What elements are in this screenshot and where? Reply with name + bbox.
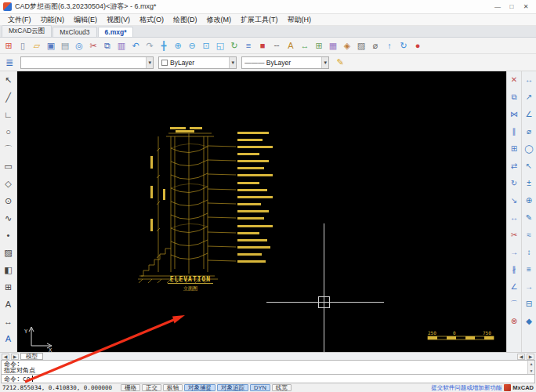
array-icon[interactable]: ⊞	[508, 143, 520, 155]
menu-file[interactable]: 文件(F)	[3, 15, 36, 25]
color-swatch-icon[interactable]: ■	[256, 39, 269, 52]
select-icon[interactable]: ↖	[2, 74, 15, 87]
ellipse-icon[interactable]: ⊙	[2, 194, 15, 208]
hscroll-right-button[interactable]: ▶	[527, 354, 534, 360]
block-insert-icon[interactable]: ◧	[2, 263, 15, 277]
extend-icon[interactable]: →	[508, 246, 520, 259]
drawing-canvas[interactable]: ELEVATION 立面图 250 0 750	[17, 71, 506, 352]
layout-prev-button[interactable]: ◀	[2, 354, 9, 360]
measure-icon[interactable]: ⌀	[369, 39, 382, 52]
scroll-up-icon[interactable]: ▲	[530, 361, 534, 366]
quick-dim-icon[interactable]: ⊟	[523, 298, 535, 310]
tab-mxcad-cloud[interactable]: MxCAD云图	[2, 25, 52, 37]
explode-icon[interactable]: ⊗	[508, 315, 520, 328]
redo-icon[interactable]: ↷	[143, 39, 156, 52]
pan-icon[interactable]: ╋	[158, 39, 170, 52]
linear-dim-icon[interactable]: ↔	[523, 74, 535, 86]
close-button[interactable]: ✕	[519, 3, 533, 10]
toggle-osnap[interactable]: 对象捕捉	[184, 384, 215, 391]
move-icon[interactable]: ⇄	[508, 160, 520, 172]
regen-icon[interactable]: ↻	[228, 39, 241, 52]
save-icon[interactable]: ▣	[45, 39, 57, 52]
zoom-out-icon[interactable]: ⊖	[186, 39, 198, 52]
dimension-icon[interactable]: ↔	[2, 315, 15, 328]
layers-icon[interactable]: ≡	[242, 39, 255, 52]
zoom-in-icon[interactable]: ⊕	[172, 39, 184, 52]
menu-format[interactable]: 格式(O)	[135, 15, 168, 25]
baseline-dim-icon[interactable]: ≡	[523, 263, 535, 276]
image-icon[interactable]: ▦	[327, 39, 339, 52]
scroll-down-icon[interactable]: ▼	[530, 368, 534, 373]
record-icon[interactable]: ●	[411, 39, 424, 52]
diameter-dim-icon[interactable]: ⌀	[523, 125, 535, 138]
circle-icon[interactable]: ○	[2, 125, 15, 139]
toggle-otrack[interactable]: 对象追踪	[217, 384, 248, 391]
cloud-sync-icon[interactable]: ↻	[397, 39, 410, 52]
angular-dim-icon[interactable]: ∠	[523, 108, 535, 121]
cloud-upload-icon[interactable]: ↑	[383, 39, 396, 52]
new-file-icon[interactable]: ▯	[16, 39, 29, 52]
copy-icon[interactable]: ⧉	[101, 39, 114, 52]
scale-icon[interactable]: ↘	[508, 194, 520, 207]
layer-combo[interactable]: ▾	[20, 56, 154, 69]
aligned-dim-icon[interactable]: ↗	[523, 91, 535, 103]
zoom-window-icon[interactable]: ⊡	[200, 39, 212, 52]
layout-next-button[interactable]: ▶	[11, 354, 19, 360]
arc-icon[interactable]: ⌒	[2, 143, 15, 156]
minimize-button[interactable]: —	[491, 3, 505, 10]
toggle-polar[interactable]: 极轴	[163, 384, 183, 391]
table-icon[interactable]: ⊞	[313, 39, 325, 52]
block-icon[interactable]: ◈	[341, 39, 353, 52]
rotate-icon[interactable]: ↻	[508, 177, 520, 190]
menu-help[interactable]: 帮助(H)	[283, 15, 317, 25]
cut-icon[interactable]: ✂	[87, 39, 100, 52]
toggle-dyn[interactable]: DYN	[250, 384, 270, 391]
paste-icon[interactable]: ▥	[115, 39, 128, 52]
leader-icon[interactable]: ↖	[523, 160, 535, 172]
pencil-icon[interactable]: ✎	[334, 56, 346, 69]
hatch-icon[interactable]: ▨	[2, 246, 15, 260]
mtext-icon[interactable]: A	[2, 298, 15, 311]
tolerance-icon[interactable]: ±	[523, 177, 535, 190]
menu-draw[interactable]: 绘图(D)	[168, 15, 202, 25]
command-history-scrollbar[interactable]: ▲ ▼	[527, 361, 534, 374]
menu-function[interactable]: 功能(N)	[36, 15, 70, 25]
plot-preview-icon[interactable]: ◎	[73, 39, 85, 52]
offset-icon[interactable]: ∥	[508, 125, 520, 138]
ordinate-dim-icon[interactable]: ↕	[523, 246, 535, 259]
dim-style-icon[interactable]: ≈	[523, 229, 535, 241]
polyline-icon[interactable]: ∟	[2, 108, 15, 122]
app-home-icon[interactable]: ⊞	[2, 39, 15, 52]
open-folder-icon[interactable]: ▱	[31, 39, 43, 52]
toggle-ortho[interactable]: 正交	[142, 384, 161, 391]
menu-edit[interactable]: 编辑(E)	[69, 15, 102, 25]
zoom-extents-icon[interactable]: ◱	[214, 39, 226, 52]
layer-manager-icon[interactable]: ≣	[3, 56, 16, 69]
mark-icon[interactable]: ◆	[523, 315, 535, 328]
hatch-icon[interactable]: ▨	[355, 39, 368, 52]
command-input-row[interactable]: 命令: co	[1, 375, 535, 383]
text-style-icon[interactable]: A	[2, 332, 15, 346]
line-icon[interactable]: ╱	[2, 91, 15, 104]
dimension-icon[interactable]: ↔	[299, 39, 311, 52]
hscroll-left-button[interactable]: ◀	[517, 354, 525, 360]
rectangle-icon[interactable]: ▭	[2, 160, 15, 173]
trim-icon[interactable]: ✂	[508, 229, 520, 241]
radius-dim-icon[interactable]: ◯	[523, 143, 535, 155]
dim-edit-icon[interactable]: ✎	[523, 212, 535, 224]
layout-tab-model[interactable]: 模型	[20, 353, 43, 360]
center-mark-icon[interactable]: ⊕	[523, 194, 535, 207]
maximize-button[interactable]: □	[505, 3, 519, 10]
stretch-icon[interactable]: ↔	[508, 212, 520, 224]
print-icon[interactable]: ▤	[59, 39, 71, 52]
linetype-combo[interactable]: ——— ByLayer ▾	[241, 56, 329, 69]
menu-ext-tools[interactable]: 扩展工具(T)	[236, 15, 283, 25]
fillet-icon[interactable]: ⌒	[508, 298, 520, 310]
continue-dim-icon[interactable]: →	[523, 281, 535, 293]
color-combo[interactable]: ByLayer ▾	[158, 56, 237, 69]
toggle-lineweight[interactable]: 线宽	[272, 384, 292, 391]
break-icon[interactable]: ∦	[508, 263, 520, 276]
tab-mxcloud[interactable]: MxCloud3	[53, 27, 96, 37]
linetype-icon[interactable]: ╌	[270, 39, 283, 52]
table-icon[interactable]: ⊞	[2, 281, 15, 294]
